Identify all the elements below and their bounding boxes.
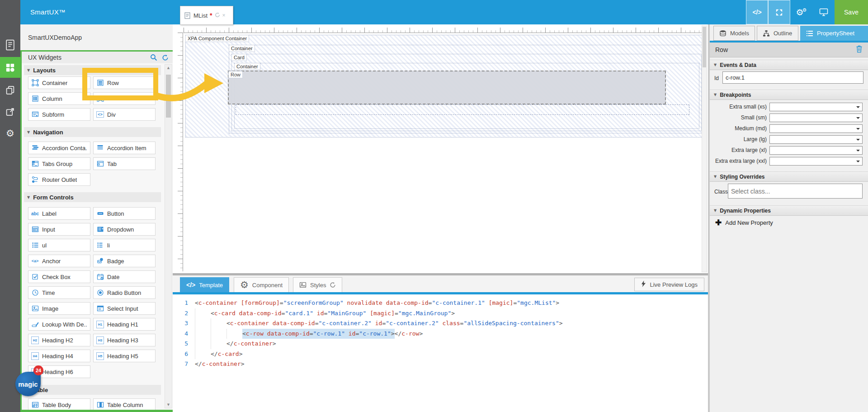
- add-new-property-button[interactable]: ✚ Add New Property: [715, 219, 773, 227]
- widget-div[interactable]: <>Div: [93, 108, 156, 121]
- widget-heading-h1[interactable]: H1Heading H1: [93, 318, 156, 331]
- widget-dropdown[interactable]: Dropdown: [93, 223, 156, 236]
- widget-input[interactable]: Input: [28, 223, 90, 236]
- h4-icon: H4: [31, 352, 39, 360]
- refresh-icon[interactable]: [161, 54, 169, 62]
- selected-widget-header: Row: [710, 43, 868, 57]
- canvas-scrollbar[interactable]: [702, 25, 707, 272]
- refresh-icon[interactable]: [330, 282, 336, 288]
- widget-heading-h5[interactable]: H5Heading H5: [93, 350, 156, 362]
- h1-icon: H1: [96, 321, 104, 328]
- document-icon[interactable]: [0, 35, 20, 54]
- template-code-editor[interactable]: 1<c-container [formGroup]="screenFormGro…: [173, 294, 708, 369]
- breakpoint-select-medium-md[interactable]: [769, 124, 863, 133]
- design-canvas[interactable]: XPA Component Container Container Card C…: [173, 24, 708, 273]
- tab-component[interactable]: ⚙Component: [234, 277, 289, 292]
- expand-button[interactable]: [768, 0, 790, 24]
- widget-check-box[interactable]: Check Box: [28, 270, 90, 283]
- indent-guide: [195, 339, 211, 349]
- class-input[interactable]: [728, 184, 863, 199]
- collapse-icon: ▼: [27, 195, 30, 199]
- widget-radio-button[interactable]: Radio Button: [93, 286, 156, 299]
- section-events-data[interactable]: ▼ Events & Data: [710, 60, 868, 70]
- widgets-scrollbar[interactable]: ▲ ▼: [165, 64, 172, 408]
- indent-guide: [211, 329, 226, 339]
- section-breakpoints[interactable]: ▼ Breakpoints: [710, 90, 868, 100]
- widget-table-column[interactable]: Table Column: [93, 398, 156, 411]
- breakpoint-select-extra-large-xl[interactable]: [769, 146, 863, 155]
- copy-icon[interactable]: [0, 81, 20, 99]
- widget-badge[interactable]: Badge: [93, 255, 156, 267]
- section-header-table[interactable]: ▼Table: [24, 385, 161, 395]
- breakpoint-select-extra-extra-large-xxl[interactable]: [769, 157, 863, 166]
- widget-heading-h3[interactable]: H3Heading H3: [93, 334, 156, 346]
- collapse-icon: ▼: [714, 175, 717, 179]
- widget-accordion-item[interactable]: Accordion Item: [93, 142, 156, 154]
- widget-ul[interactable]: ul: [28, 239, 90, 251]
- section-header-navigation[interactable]: ▼Navigation: [24, 127, 161, 137]
- code-button[interactable]: </>: [746, 0, 768, 24]
- document-icon: [184, 12, 191, 19]
- notification-badge[interactable]: 24: [33, 365, 43, 375]
- widget-column[interactable]: Column: [28, 92, 90, 105]
- canvas-scrollbar-thumb[interactable]: [703, 27, 706, 67]
- tab-template[interactable]: </>Template: [180, 277, 229, 292]
- widget-button[interactable]: Button: [93, 207, 156, 220]
- tab-close-icon[interactable]: ×: [222, 12, 226, 19]
- widget-heading-h4[interactable]: H4Heading H4: [28, 350, 90, 362]
- document-tab-mlist[interactable]: MList * ×: [180, 6, 233, 25]
- live-preview-logs-button[interactable]: Live Preview Logs: [634, 278, 705, 291]
- xpa-component-container[interactable]: XPA Component Container Container Card C…: [185, 35, 705, 137]
- gears-button[interactable]: ⚙⚙: [790, 0, 812, 24]
- widget-select-input[interactable]: Select Input: [93, 302, 156, 315]
- widget-subform[interactable]: Subform: [28, 108, 90, 121]
- breakpoint-select-large-lg[interactable]: [769, 135, 863, 144]
- widgets-icon[interactable]: [0, 57, 20, 78]
- monitor-button[interactable]: [812, 0, 835, 24]
- tab-refresh-icon[interactable]: [215, 12, 220, 19]
- magic-logo[interactable]: magic: [15, 372, 41, 396]
- empty-row-slot[interactable]: [236, 104, 689, 115]
- widget-container[interactable]: Container: [28, 76, 90, 89]
- widget-accordion-conta[interactable]: Accordion Conta...: [28, 142, 90, 154]
- section-header-form-controls[interactable]: ▼Form Controls: [24, 192, 161, 202]
- tab-styles[interactable]: Styles: [293, 277, 342, 292]
- indent-guide: [211, 339, 226, 349]
- checkbox-icon: [31, 273, 39, 281]
- tab-propertysheet[interactable]: PropertySheet: [800, 26, 868, 41]
- widget-time[interactable]: Time: [28, 286, 90, 299]
- widget-date[interactable]: Date: [93, 270, 156, 283]
- widget-tabs-group[interactable]: Tabs Group: [28, 157, 90, 170]
- widget-table-body[interactable]: Table Body: [28, 398, 90, 411]
- h2-icon: H2: [31, 336, 39, 344]
- breakpoint-select-small-sm[interactable]: [769, 114, 863, 122]
- widget-heading-h2[interactable]: H2Heading H2: [28, 334, 90, 346]
- row-element-selected[interactable]: Row: [228, 71, 666, 104]
- breakpoint-row-large-lg: Large (lg): [710, 135, 868, 144]
- tab-outline[interactable]: Outline: [757, 26, 798, 41]
- section-styling-overrides[interactable]: ▼ Styling Overrides: [710, 171, 868, 182]
- save-button[interactable]: Save: [835, 0, 868, 24]
- widget-router-outlet[interactable]: Router Outlet: [28, 173, 90, 186]
- widget-label[interactable]: abcLabel: [28, 207, 90, 220]
- section-dynamic-properties[interactable]: ▼ Dynamic Properties: [710, 205, 868, 216]
- scroll-down-icon[interactable]: ▼: [165, 403, 172, 407]
- share-icon[interactable]: [0, 102, 20, 121]
- gear-icon[interactable]: ⚙: [0, 124, 20, 143]
- button-icon: [96, 210, 104, 218]
- widget-tab[interactable]: Tab: [93, 157, 156, 170]
- trash-icon[interactable]: [856, 45, 863, 54]
- widget-lookup-with-de[interactable]: Lookup With De...: [28, 318, 90, 331]
- widget-li[interactable]: li: [93, 239, 156, 251]
- search-icon[interactable]: [150, 54, 157, 62]
- widget-image[interactable]: Image: [28, 302, 90, 315]
- image-icon: [299, 281, 307, 289]
- breakpoint-row-medium-md: Medium (md): [710, 124, 868, 133]
- app-name-header[interactable]: SmartUXDemoApp: [20, 24, 173, 52]
- breakpoint-select-extra-small-xs[interactable]: [769, 103, 863, 111]
- id-input[interactable]: [722, 71, 863, 84]
- tab-models[interactable]: Models: [713, 26, 755, 41]
- widget-anchor[interactable]: <a>Anchor: [28, 255, 90, 267]
- accordion-icon: [31, 144, 39, 152]
- active-panel-border-left: [20, 50, 22, 412]
